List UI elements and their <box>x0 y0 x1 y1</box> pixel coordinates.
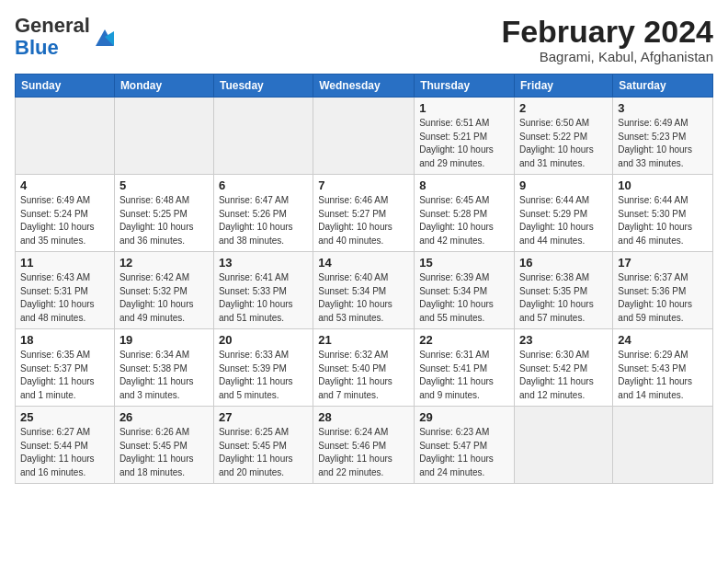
calendar-cell <box>213 98 313 175</box>
day-detail: Sunrise: 6:49 AM Sunset: 5:24 PM Dayligh… <box>20 194 109 247</box>
day-detail: Sunrise: 6:30 AM Sunset: 5:42 PM Dayligh… <box>519 349 608 402</box>
calendar-cell: 29Sunrise: 6:23 AM Sunset: 5:47 PM Dayli… <box>415 407 515 484</box>
day-number: 25 <box>20 410 109 424</box>
day-detail: Sunrise: 6:37 AM Sunset: 5:36 PM Dayligh… <box>618 271 708 325</box>
calendar-cell: 27Sunrise: 6:25 AM Sunset: 5:45 PM Dayli… <box>213 407 313 484</box>
calendar-cell: 10Sunrise: 6:44 AM Sunset: 5:30 PM Dayli… <box>613 175 713 252</box>
day-detail: Sunrise: 6:43 AM Sunset: 5:31 PM Dayligh… <box>20 271 109 325</box>
calendar-cell: 25Sunrise: 6:27 AM Sunset: 5:44 PM Dayli… <box>16 407 115 484</box>
calendar-cell: 21Sunrise: 6:32 AM Sunset: 5:40 PM Dayli… <box>313 329 415 407</box>
calendar-week-row: 1Sunrise: 6:51 AM Sunset: 5:21 PM Daylig… <box>16 98 713 175</box>
day-number: 9 <box>519 178 608 192</box>
day-detail: Sunrise: 6:44 AM Sunset: 5:30 PM Dayligh… <box>618 194 708 247</box>
day-detail: Sunrise: 6:49 AM Sunset: 5:23 PM Dayligh… <box>618 117 708 170</box>
day-of-week-header: Thursday <box>415 75 515 98</box>
day-detail: Sunrise: 6:47 AM Sunset: 5:26 PM Dayligh… <box>219 194 308 247</box>
day-number: 16 <box>519 256 608 270</box>
calendar-cell: 22Sunrise: 6:31 AM Sunset: 5:41 PM Dayli… <box>415 329 515 407</box>
day-detail: Sunrise: 6:25 AM Sunset: 5:45 PM Dayligh… <box>219 426 308 479</box>
calendar-week-row: 18Sunrise: 6:35 AM Sunset: 5:37 PM Dayli… <box>16 329 713 407</box>
calendar-cell <box>16 98 115 175</box>
calendar-cell: 5Sunrise: 6:48 AM Sunset: 5:25 PM Daylig… <box>114 175 213 252</box>
day-number: 6 <box>219 178 308 192</box>
calendar-cell: 23Sunrise: 6:30 AM Sunset: 5:42 PM Dayli… <box>515 329 613 407</box>
calendar-cell: 26Sunrise: 6:26 AM Sunset: 5:45 PM Dayli… <box>114 407 213 484</box>
day-number: 8 <box>419 178 509 192</box>
calendar-cell: 28Sunrise: 6:24 AM Sunset: 5:46 PM Dayli… <box>313 407 415 484</box>
calendar-cell: 8Sunrise: 6:45 AM Sunset: 5:28 PM Daylig… <box>415 175 515 252</box>
calendar-cell: 9Sunrise: 6:44 AM Sunset: 5:29 PM Daylig… <box>515 175 613 252</box>
header: General Blue February 2024 Bagrami, Kabu… <box>15 15 713 64</box>
day-detail: Sunrise: 6:48 AM Sunset: 5:25 PM Dayligh… <box>119 194 209 247</box>
page: General Blue February 2024 Bagrami, Kabu… <box>0 0 728 563</box>
day-detail: Sunrise: 6:46 AM Sunset: 5:27 PM Dayligh… <box>318 194 409 247</box>
day-number: 21 <box>318 333 409 347</box>
day-number: 11 <box>20 256 109 270</box>
day-of-week-header: Tuesday <box>213 75 313 98</box>
calendar-cell <box>313 98 415 175</box>
day-detail: Sunrise: 6:33 AM Sunset: 5:39 PM Dayligh… <box>219 349 308 402</box>
day-detail: Sunrise: 6:34 AM Sunset: 5:38 PM Dayligh… <box>119 349 209 402</box>
calendar-cell: 17Sunrise: 6:37 AM Sunset: 5:36 PM Dayli… <box>613 252 713 329</box>
day-detail: Sunrise: 6:40 AM Sunset: 5:34 PM Dayligh… <box>318 271 409 325</box>
month-title: February 2024 <box>501 15 713 49</box>
day-number: 19 <box>119 333 209 347</box>
title-block: February 2024 Bagrami, Kabul, Afghanista… <box>501 15 713 64</box>
calendar-cell: 14Sunrise: 6:40 AM Sunset: 5:34 PM Dayli… <box>313 252 415 329</box>
calendar-cell: 15Sunrise: 6:39 AM Sunset: 5:34 PM Dayli… <box>415 252 515 329</box>
day-number: 22 <box>419 333 509 347</box>
day-detail: Sunrise: 6:29 AM Sunset: 5:43 PM Dayligh… <box>618 349 708 402</box>
day-of-week-header: Wednesday <box>313 75 415 98</box>
calendar-header: SundayMondayTuesdayWednesdayThursdayFrid… <box>16 75 713 98</box>
day-number: 28 <box>318 410 409 424</box>
day-number: 26 <box>119 410 209 424</box>
day-detail: Sunrise: 6:41 AM Sunset: 5:33 PM Dayligh… <box>219 271 308 325</box>
day-detail: Sunrise: 6:32 AM Sunset: 5:40 PM Dayligh… <box>318 349 409 402</box>
calendar-cell: 1Sunrise: 6:51 AM Sunset: 5:21 PM Daylig… <box>415 98 515 175</box>
logo-general: General Blue <box>15 15 90 59</box>
day-detail: Sunrise: 6:24 AM Sunset: 5:46 PM Dayligh… <box>318 426 409 479</box>
day-number: 15 <box>419 256 509 270</box>
calendar-cell: 24Sunrise: 6:29 AM Sunset: 5:43 PM Dayli… <box>613 329 713 407</box>
day-of-week-header: Sunday <box>16 75 115 98</box>
day-number: 2 <box>519 101 608 115</box>
day-number: 20 <box>219 333 308 347</box>
calendar-week-row: 25Sunrise: 6:27 AM Sunset: 5:44 PM Dayli… <box>16 407 713 484</box>
day-number: 10 <box>618 178 708 192</box>
calendar-cell: 3Sunrise: 6:49 AM Sunset: 5:23 PM Daylig… <box>613 98 713 175</box>
location-title: Bagrami, Kabul, Afghanistan <box>501 49 713 64</box>
calendar-cell <box>613 407 713 484</box>
day-detail: Sunrise: 6:26 AM Sunset: 5:45 PM Dayligh… <box>119 426 209 479</box>
day-detail: Sunrise: 6:38 AM Sunset: 5:35 PM Dayligh… <box>519 271 608 325</box>
calendar-cell: 13Sunrise: 6:41 AM Sunset: 5:33 PM Dayli… <box>213 252 313 329</box>
day-detail: Sunrise: 6:39 AM Sunset: 5:34 PM Dayligh… <box>419 271 509 325</box>
day-detail: Sunrise: 6:50 AM Sunset: 5:22 PM Dayligh… <box>519 117 608 170</box>
day-number: 23 <box>519 333 608 347</box>
calendar-cell: 4Sunrise: 6:49 AM Sunset: 5:24 PM Daylig… <box>16 175 115 252</box>
calendar-week-row: 4Sunrise: 6:49 AM Sunset: 5:24 PM Daylig… <box>16 175 713 252</box>
day-of-week-header: Friday <box>515 75 613 98</box>
logo-icon <box>92 24 118 50</box>
logo: General Blue <box>15 15 118 59</box>
calendar-cell: 7Sunrise: 6:46 AM Sunset: 5:27 PM Daylig… <box>313 175 415 252</box>
day-number: 29 <box>419 410 509 424</box>
calendar-cell <box>114 98 213 175</box>
day-of-week-header: Saturday <box>613 75 713 98</box>
calendar-cell: 16Sunrise: 6:38 AM Sunset: 5:35 PM Dayli… <box>515 252 613 329</box>
day-number: 13 <box>219 256 308 270</box>
day-number: 17 <box>618 256 708 270</box>
day-detail: Sunrise: 6:44 AM Sunset: 5:29 PM Dayligh… <box>519 194 608 247</box>
day-detail: Sunrise: 6:23 AM Sunset: 5:47 PM Dayligh… <box>419 426 509 479</box>
calendar-cell: 11Sunrise: 6:43 AM Sunset: 5:31 PM Dayli… <box>16 252 115 329</box>
day-detail: Sunrise: 6:31 AM Sunset: 5:41 PM Dayligh… <box>419 349 509 402</box>
day-of-week-header: Monday <box>114 75 213 98</box>
day-number: 24 <box>618 333 708 347</box>
day-detail: Sunrise: 6:51 AM Sunset: 5:21 PM Dayligh… <box>419 117 509 170</box>
day-detail: Sunrise: 6:27 AM Sunset: 5:44 PM Dayligh… <box>20 426 109 479</box>
calendar-cell <box>515 407 613 484</box>
calendar-week-row: 11Sunrise: 6:43 AM Sunset: 5:31 PM Dayli… <box>16 252 713 329</box>
day-number: 1 <box>419 101 509 115</box>
day-number: 5 <box>119 178 209 192</box>
day-number: 4 <box>20 178 109 192</box>
calendar-cell: 19Sunrise: 6:34 AM Sunset: 5:38 PM Dayli… <box>114 329 213 407</box>
